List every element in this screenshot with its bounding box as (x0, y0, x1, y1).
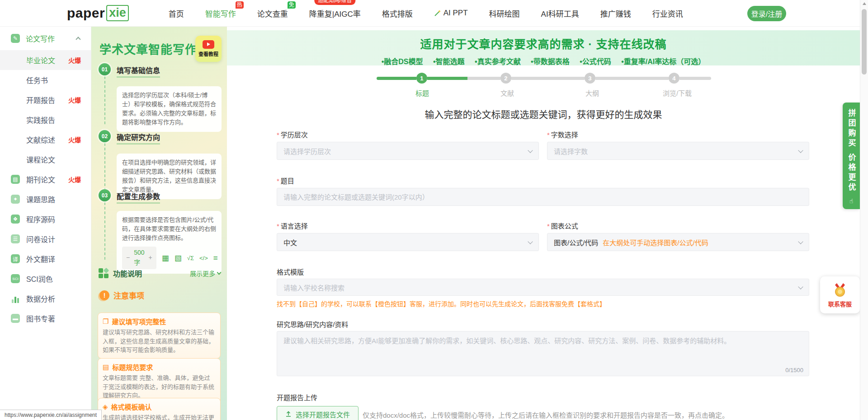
alert-bubble-icon: ! (99, 290, 109, 300)
nav-item-reduce-aigc[interactable]: 降重复|AIGC率 适配知网/维普 (309, 8, 361, 19)
formula-icon[interactable]: √Σ (187, 255, 194, 261)
view-tutorial-button[interactable]: 查看教程 (195, 36, 222, 62)
video-play-icon (203, 40, 214, 49)
nav-item-home[interactable]: 首页 (169, 8, 184, 19)
title-input[interactable] (283, 188, 802, 205)
login-register-button[interactable]: 登录/注册 (747, 6, 786, 21)
nav-item-ai-ppt[interactable]: AI PPT (434, 9, 468, 18)
step1-description: 选择您的学历层次（本科/硕士/博士）和学校模板，确保格式规范符合要求。必须输入完… (117, 86, 222, 132)
sidebar-item-book-monograph[interactable]: ▬ 图书专著 (0, 308, 91, 328)
bar-chart-icon (11, 294, 20, 303)
list-icon[interactable]: ≡ (213, 254, 218, 262)
chart-formula-select[interactable]: 图表/公式/代码 在大纲处可手动选择图表/公式/代码 (547, 233, 809, 251)
hero-feature: •公式代码 (580, 58, 611, 65)
sidebar-item-source-code[interactable]: ❖ 程序源码 (0, 209, 91, 229)
step-circle-title: 1 (416, 73, 427, 84)
sidebar-item-graduation-thesis[interactable]: 毕业论文 火爆 (0, 50, 91, 70)
upload-proposal-button[interactable]: 选择开题报告文件 (277, 406, 359, 420)
chevron-down-icon (798, 284, 803, 289)
word-count-stepper[interactable]: − 500 字 + (122, 247, 156, 269)
hot-label: 火爆 (68, 175, 81, 184)
sidebar-item-data-analysis[interactable]: 数据分析 (0, 289, 91, 308)
notice-section-header: ! 注意事项 (99, 289, 144, 301)
free-badge: 免 (288, 1, 296, 9)
sidebar-item-practice-report[interactable]: 实践报告 (0, 110, 91, 130)
palette-icon: ◈ (103, 403, 108, 410)
translate-icon: 译 (11, 254, 20, 263)
research-textarea-wrap: 0/1500 (277, 331, 809, 376)
nav-item-ai-research-tools[interactable]: AI科研工具 (541, 8, 579, 19)
hot-label: 火爆 (68, 95, 81, 104)
group-buy-tab[interactable]: 拼团购买 价格更优 ☝ (843, 103, 860, 209)
hero-banner: 适用对于文章内容要求高的需求 · 支持在线改稿 •融合DS模型 •智能选题 •真… (227, 30, 860, 65)
sidebar-item-foreign-translation[interactable]: 译 外文翻译 (0, 249, 91, 269)
browser-scrollbar[interactable] (860, 0, 868, 420)
image-icon[interactable]: ▧ (175, 254, 182, 262)
nav-item-plagiarism-check[interactable]: 论文查重 免 (257, 8, 288, 19)
sidebar-item-literature-review[interactable]: 文献综述 火爆 (0, 130, 91, 149)
notice-card-title-requirements: ▤ 标题规范要求 文章标题需要 完整、准确、具体，避免过于宽泛或模糊的表达，好的… (98, 358, 221, 404)
word-count-select[interactable]: 请选择字数 (547, 142, 809, 160)
sidebar-group-paper-writing[interactable]: ✎ 论文写作 (0, 27, 91, 50)
survey-icon: ☰ (11, 234, 20, 243)
customer-service-label: 联系客服 (828, 299, 852, 308)
language-label: *语言选择 (277, 221, 539, 230)
sidebar-item-questionnaire[interactable]: ☰ 问卷设计 (0, 229, 91, 249)
template-help-hint: 找不到【自己】的学校，可以联系【橙色按钮】客服，进行添加。同时也可以先生成论文，… (277, 299, 606, 308)
nav-item-format-layout[interactable]: 格式排版 (382, 8, 413, 19)
step-connector (104, 202, 105, 260)
idea-folder-icon: ✦ (11, 195, 20, 204)
format-template-select[interactable]: 请输入学校名称搜索 (277, 279, 809, 296)
plus-icon[interactable]: + (149, 253, 152, 263)
paperxie-logo[interactable]: paper xie (67, 5, 129, 21)
chevron-down-icon (798, 148, 803, 153)
title-input-wrap (277, 188, 809, 206)
table-icon[interactable]: ▦ (162, 254, 169, 262)
step-connector (104, 143, 105, 191)
scrollbar-thumb[interactable] (862, 9, 867, 75)
step1-title: 填写基础信息 (117, 65, 160, 78)
step2-number: 02 (99, 130, 111, 142)
customer-service-widget[interactable]: 联系客服 (820, 276, 860, 313)
logo-text-xie: xie (106, 5, 129, 21)
chart-inline-hint: 在大纲处可手动选择图表/公式/代码 (603, 238, 708, 247)
chevron-down-icon (528, 239, 533, 244)
step-connector (104, 76, 105, 124)
logo-text-paper: paper (67, 5, 105, 21)
word-count-value: 500 字 (134, 248, 144, 267)
code-layers-icon: ❖ (11, 215, 20, 224)
top-nav: paper xie 首页 智能写作 热 论文查重 免 降重复|AIGC率 适配知… (0, 0, 868, 27)
scroll-up-arrow-icon[interactable] (863, 2, 866, 5)
notice-card-completeness: ❐ 建议填写项完整性 建议填写研究思路、研究材料和方法三个输入框，这些信息是生成… (98, 313, 221, 359)
group-buy-text-2: 价格更优 (846, 153, 857, 193)
sidebar-item-proposal-report[interactable]: 开题报告 火爆 (0, 90, 91, 110)
upload-help-hint: 仅支持docx/doc格式，上传较慢需耐心等待，上传之后请在输入框检查识别的要求… (363, 410, 729, 420)
notice-title: 注意事项 (113, 289, 144, 301)
instruction-panel: 学术文章智能写作 查看教程 01 填写基础信息 选择您的学历层次（本科/硕士/博… (91, 27, 227, 420)
nav-item-industry-news[interactable]: 行业资讯 (652, 8, 683, 19)
features-grid-icon (99, 268, 108, 278)
progress-bar-tail (679, 77, 711, 80)
code-icon[interactable]: </> (199, 255, 208, 261)
language-select[interactable]: 中文 (277, 233, 539, 251)
nav-menu: 首页 智能写作 热 论文查重 免 降重复|AIGC率 适配知网/维普 格式排版 … (169, 8, 683, 19)
expand-more-button[interactable]: 展示更多 (190, 269, 221, 278)
education-level-select[interactable]: 请选择学历层次 (277, 142, 539, 160)
chevron-down-icon (217, 271, 222, 275)
chart-formula-label: *图表公式 (547, 221, 809, 230)
sidebar-item-topic-ideas[interactable]: ✦ 课题思路 (0, 189, 91, 209)
nav-item-promotion[interactable]: 推广赚钱 (600, 8, 631, 19)
hot-badge: 热 (236, 1, 244, 9)
minus-icon[interactable]: − (126, 253, 130, 263)
nav-item-research-drawing[interactable]: 科研绘图 (489, 8, 520, 19)
nav-item-smart-writing[interactable]: 智能写作 热 (205, 8, 236, 19)
hero-feature: •智能选题 (433, 58, 465, 65)
sidebar-item-course-paper[interactable]: 课程论文 (0, 149, 91, 169)
book-icon: ❐ (103, 318, 108, 325)
upload-icon (285, 411, 292, 417)
research-textarea[interactable] (277, 331, 809, 367)
sidebar-item-journal-paper[interactable]: ▤ 期刊论文 火爆 (0, 169, 91, 189)
step-label-download: 浏览/下载 (663, 88, 692, 98)
sidebar-item-sci-polish[interactable]: SCI SCI润色 (0, 269, 91, 289)
sidebar-item-task-book[interactable]: 任务书 (0, 70, 91, 90)
